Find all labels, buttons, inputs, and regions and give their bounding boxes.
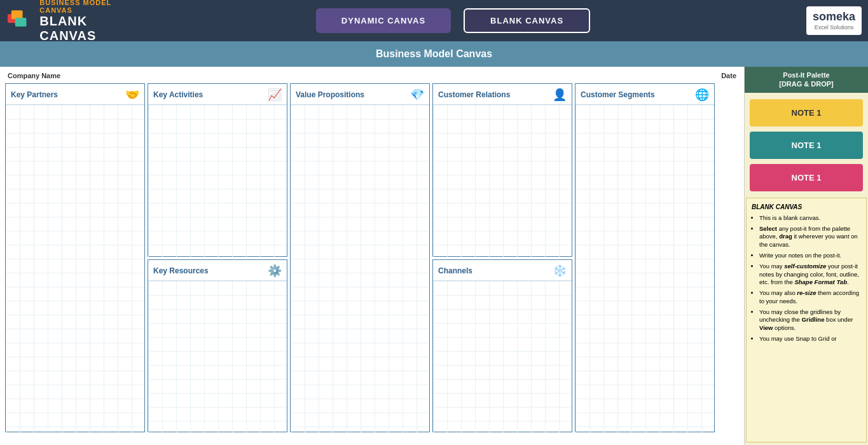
instruction-item: Select any post-it from the palette abov… [759, 225, 861, 249]
palette-subtitle: [DRAG & DROP] [747, 79, 865, 88]
canvas-meta: Company Name Date [5, 72, 739, 79]
header-logo: BUSINESS MODEL CANVAS BLANK CANVAS [6, 0, 146, 43]
col-activities-resources: Key Activities 📈 Key Resources ⚙️ [148, 83, 287, 432]
header-nav: DYNAMIC CANVAS BLANK CANVAS [146, 8, 760, 33]
someka-name: someka [813, 10, 855, 24]
customer-relations-icon: 👤 [553, 88, 567, 102]
key-activities-icon: 📈 [268, 88, 282, 102]
key-resources-card: Key Resources ⚙️ [148, 259, 287, 433]
dynamic-canvas-button[interactable]: DYNAMIC CANVAS [316, 8, 451, 33]
value-propositions-card: Value Propositions 💎 [290, 83, 430, 432]
key-activities-title: Key Activities [153, 90, 203, 99]
instruction-item: Write your notes on the post-it. [759, 252, 861, 259]
svg-rect-1 [11, 10, 23, 19]
header-title: BLANK CANVAS [39, 14, 146, 43]
customer-relations-header: Customer Relations 👤 [433, 84, 572, 105]
sidebar-notes: NOTE 1 NOTE 1 NOTE 1 [745, 93, 868, 198]
key-partners-card: Key Partners 🤝 [5, 83, 145, 432]
value-propositions-icon: 💎 [410, 88, 424, 102]
customer-segments-icon: 🌐 [695, 88, 709, 102]
customer-segments-header: Customer Segments 🌐 [575, 84, 714, 105]
canvas-area: Company Name Date Key Partners 🤝 Key Ac [0, 67, 744, 445]
header-subtitle: BUSINESS MODEL CANVAS [39, 0, 146, 14]
value-propositions-header: Value Propositions 💎 [291, 84, 429, 105]
logo-icon [6, 6, 34, 35]
col-relations-channels: Customer Relations 👤 Channels ❄️ [432, 83, 572, 432]
page-title-bar: Business Model Canvas [0, 41, 868, 67]
customer-relations-body[interactable] [433, 105, 572, 257]
instruction-item: You may also re-size them according to y… [759, 289, 861, 305]
col-value-propositions: Value Propositions 💎 [290, 83, 430, 432]
customer-relations-card: Customer Relations 👤 [432, 83, 572, 257]
instruction-item: You may self-customize your post-it note… [759, 263, 861, 286]
customer-relations-title: Customer Relations [438, 90, 510, 99]
key-partners-body[interactable] [6, 105, 144, 432]
value-propositions-body[interactable] [291, 105, 429, 432]
channels-icon: ❄️ [553, 264, 567, 278]
key-resources-header: Key Resources ⚙️ [148, 260, 287, 281]
instruction-item: You may use Snap to Grid or [759, 335, 861, 343]
page-title: Business Model Canvas [376, 48, 492, 60]
key-activities-body[interactable] [148, 105, 287, 257]
customer-segments-card: Customer Segments 🌐 [575, 83, 715, 432]
header: BUSINESS MODEL CANVAS BLANK CANVAS DYNAM… [0, 0, 868, 41]
brand-logo: someka Excel Solutions [760, 6, 862, 34]
sidebar-instructions: BLANK CANVAS This is a blank canvas. Sel… [746, 198, 867, 442]
palette-title: Post-It Palette [747, 71, 865, 79]
main-area: Company Name Date Key Partners 🤝 Key Ac [0, 67, 868, 445]
someka-brand: someka Excel Solutions [806, 6, 862, 34]
key-partners-title: Key Partners [11, 90, 58, 99]
customer-segments-title: Customer Segments [581, 90, 655, 99]
channels-body[interactable] [433, 281, 572, 433]
key-resources-title: Key Resources [153, 266, 209, 275]
svg-rect-2 [15, 18, 27, 27]
channels-card: Channels ❄️ [432, 259, 572, 433]
blank-canvas-button[interactable]: BLANK CANVAS [464, 8, 590, 33]
key-partners-header: Key Partners 🤝 [6, 84, 144, 105]
instructions-list: This is a blank canvas. Select any post-… [752, 214, 861, 343]
note-teal[interactable]: NOTE 1 [750, 132, 863, 159]
instruction-item: You may close the gridlines by uncheckin… [759, 308, 861, 332]
canvas-grid: Key Partners 🤝 Key Activities 📈 [5, 83, 739, 432]
instructions-title: BLANK CANVAS [752, 203, 861, 210]
value-propositions-title: Value Propositions [296, 90, 364, 99]
sidebar: Post-It Palette [DRAG & DROP] NOTE 1 NOT… [744, 67, 868, 445]
instruction-item: This is a blank canvas. [759, 214, 861, 222]
note-pink[interactable]: NOTE 1 [750, 164, 863, 191]
note-yellow[interactable]: NOTE 1 [750, 99, 863, 127]
col-customer-segments: Customer Segments 🌐 [575, 83, 715, 432]
channels-title: Channels [438, 266, 472, 275]
key-activities-card: Key Activities 📈 [148, 83, 287, 257]
header-titles: BUSINESS MODEL CANVAS BLANK CANVAS [39, 0, 146, 43]
col-key-partners: Key Partners 🤝 [5, 83, 145, 432]
palette-header: Post-It Palette [DRAG & DROP] [745, 67, 868, 93]
someka-sub: Excel Solutions [815, 24, 854, 31]
customer-segments-body[interactable] [575, 105, 714, 432]
key-resources-icon: ⚙️ [268, 264, 282, 278]
key-partners-icon: 🤝 [125, 88, 139, 102]
key-resources-body[interactable] [148, 281, 287, 433]
company-name-label[interactable]: Company Name [8, 72, 60, 79]
channels-header: Channels ❄️ [433, 260, 572, 281]
key-activities-header: Key Activities 📈 [148, 84, 287, 105]
date-label[interactable]: Date [721, 72, 736, 79]
